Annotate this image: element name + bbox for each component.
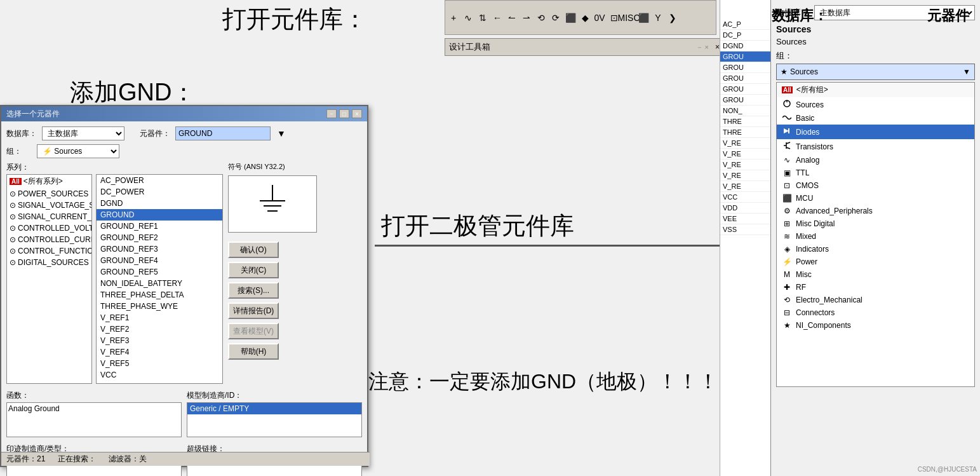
element-list-item[interactable]: V_RE (720, 160, 770, 170)
group-dropdown-bar[interactable]: ★ Sources ▼ (776, 64, 975, 80)
group-list-item[interactable]: Sources (777, 97, 974, 112)
element-list-item[interactable]: DC_P (720, 30, 770, 41)
component-list-item[interactable]: GROUND_REF1 (97, 221, 222, 232)
series-list-item[interactable]: ⊙DIGITAL_SOURCES (7, 257, 91, 268)
minimize-button[interactable]: － (326, 109, 337, 118)
updown-icon[interactable]: ⇅ (476, 11, 490, 25)
element-list-item[interactable]: GROU (720, 51, 770, 62)
detail-report-button[interactable]: 详情报告(D) (228, 303, 279, 319)
group-list-item[interactable]: ⬛MCU (777, 192, 974, 205)
voltage-icon[interactable]: 0V (593, 11, 607, 25)
group-list-item[interactable]: ⟲Electro_Mechanical (777, 294, 974, 306)
element-list-item[interactable]: THRE (720, 127, 770, 138)
element-list-item[interactable]: NON_ (720, 105, 770, 116)
component-list-item[interactable]: V_REF1 (97, 312, 222, 323)
element-list-item[interactable]: GROU (720, 62, 770, 73)
component-input[interactable] (175, 126, 271, 140)
element-list-item[interactable]: VSS (720, 224, 770, 235)
component-list-item[interactable]: V_REF5 (97, 358, 222, 369)
wave-icon[interactable]: ∿ (461, 11, 475, 25)
view-model-button[interactable]: 查看模型(V) (228, 323, 279, 339)
component-list-item[interactable]: GROUND (97, 209, 222, 221)
component-list-item[interactable]: THREE_PHASE_WYE (97, 301, 222, 312)
component-list-item[interactable]: NON_IDEAL_BATTERY (97, 278, 222, 289)
group-list-item[interactable]: ⊞Misc Digital (777, 217, 974, 230)
group-list-item[interactable]: Transistors (777, 139, 974, 154)
search-button[interactable]: 搜索(S)... (228, 282, 279, 299)
element-list-item[interactable]: VCC (720, 192, 770, 203)
group-list-item[interactable]: ∿Analog (777, 154, 974, 167)
group-list-item[interactable]: ▣TTL (777, 167, 974, 179)
chevron-icon[interactable]: ❯ (666, 11, 680, 25)
series-list-item[interactable]: ⊙POWER_SOURCES (7, 188, 91, 200)
maximize-button[interactable]: □ (339, 109, 349, 118)
group-list-item[interactable]: ◈Indicators (777, 243, 974, 255)
series-list-item[interactable]: ⊙SIGNAL_VOLTAGE_SOU (7, 200, 91, 211)
component-list-item[interactable]: GROUND_REF3 (97, 243, 222, 255)
close-button[interactable]: × (352, 109, 362, 118)
group-list-item[interactable]: ≋Mixed (777, 230, 974, 243)
model-section: 模型制造商/ID： Generic / EMPTY (187, 390, 362, 437)
component-list-item[interactable]: GROUND_REF5 (97, 266, 222, 278)
element-list-item[interactable]: GROU (720, 73, 770, 84)
arrow-right-icon[interactable]: ⇀ (520, 11, 534, 25)
element-list-item[interactable]: V_RE (720, 170, 770, 181)
series-list-item[interactable]: ⊙CONTROLLED_CURRENT (7, 234, 91, 245)
component-list-item[interactable]: GROUND_REF2 (97, 232, 222, 243)
group-list-item[interactable]: ⚙Advanced_Peripherals (777, 205, 974, 217)
component-list-item[interactable]: VDD (97, 381, 222, 384)
group-list-item[interactable]: All<所有组> (777, 83, 974, 97)
component-list-item[interactable]: DC_POWER (97, 186, 222, 198)
confirm-button[interactable]: 确认(O) (228, 241, 279, 258)
group-select[interactable]: ⚡ Sources (37, 144, 119, 158)
plus-icon[interactable]: + (446, 11, 460, 25)
square-icon[interactable]: ⬛ (563, 11, 577, 25)
y-icon[interactable]: Y (651, 11, 665, 25)
element-list-item[interactable]: V_RE (720, 149, 770, 160)
group-item-icon: ∿ (782, 156, 792, 165)
group-list-item[interactable]: ⊟Connectors (777, 306, 974, 319)
group-list-item[interactable]: Basic (777, 112, 974, 125)
component-dropdown-btn[interactable]: ▼ (277, 128, 286, 139)
block-icon[interactable]: ⬛ (636, 11, 650, 25)
group-list-item[interactable]: ⊡CMOS (777, 179, 974, 192)
component-list-item[interactable]: V_REF2 (97, 323, 222, 335)
element-list-item[interactable]: AC_P (720, 19, 770, 30)
component-list-item[interactable]: GROUND_REF4 (97, 255, 222, 266)
group-list-item[interactable]: Diodes (777, 125, 974, 139)
element-list-item[interactable]: V_RE (720, 181, 770, 192)
series-list-item[interactable]: ⊙CONTROLLED_VOLTAGE (7, 222, 91, 234)
misc-icon[interactable]: MISC (622, 11, 636, 25)
arrow-left1-icon[interactable]: ← (490, 11, 504, 25)
component-list-item[interactable]: VCC (97, 369, 222, 381)
group-list-item[interactable]: MMisc (777, 268, 974, 281)
element-list-item[interactable]: VEE (720, 214, 770, 224)
close-dialog-button[interactable]: 关闭(C) (228, 262, 279, 278)
db-select[interactable]: 主数据库 (42, 126, 124, 140)
series-list-item[interactable]: All<所有系列> (7, 175, 91, 188)
element-list-item[interactable]: GROU (720, 95, 770, 105)
design-tools-close-btn[interactable]: × (715, 43, 720, 51)
rotate-right-icon[interactable]: ⟳ (549, 11, 563, 25)
group-list-item[interactable]: ★NI_Components (777, 319, 974, 332)
component-list-item[interactable]: THREE_PHASE_DELTA (97, 289, 222, 301)
group-item-label: Power (796, 257, 817, 266)
series-list-item[interactable]: ⊙SIGNAL_CURRENT_SOU (7, 211, 91, 222)
component-list-item[interactable]: DGND (97, 198, 222, 209)
element-list-item[interactable]: THRE (720, 116, 770, 127)
series-list-item[interactable]: ⊙CONTROL_FUNCTION_B (7, 245, 91, 257)
diamond-icon[interactable]: ◆ (578, 11, 592, 25)
element-list-item[interactable]: VDD (720, 203, 770, 214)
arrow-left2-icon[interactable]: ↼ (505, 11, 519, 25)
component-list-item[interactable]: V_REF4 (97, 346, 222, 358)
series-section: 系列： All<所有系列>⊙POWER_SOURCES⊙SIGNAL_VOLTA… (6, 162, 223, 384)
group-list-item[interactable]: ✚RF (777, 281, 974, 294)
element-list-item[interactable]: V_RE (720, 138, 770, 149)
component-list-item[interactable]: AC_POWER (97, 175, 222, 186)
rotate-left-icon[interactable]: ⟲ (534, 11, 548, 25)
help-button[interactable]: 帮助(H) (228, 343, 279, 360)
element-list-item[interactable]: DGND (720, 41, 770, 51)
element-list-item[interactable]: GROU (720, 84, 770, 95)
component-list-item[interactable]: V_REF3 (97, 335, 222, 346)
group-list-item[interactable]: ⚡Power (777, 255, 974, 268)
